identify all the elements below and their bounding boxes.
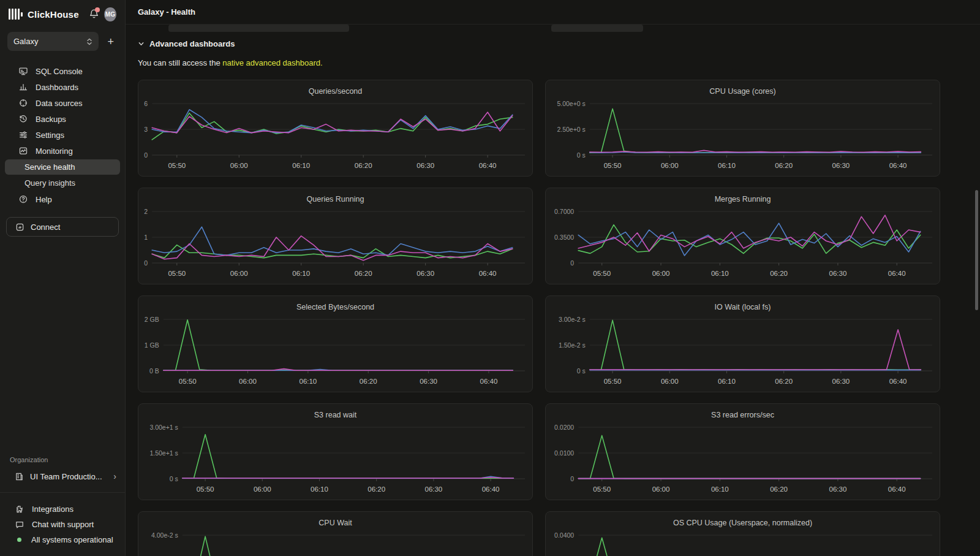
svg-text:06:00: 06:00	[239, 378, 257, 385]
sidebar-item-settings[interactable]: Settings	[5, 127, 120, 143]
notifications-button[interactable]	[89, 9, 99, 20]
sidebar-subitem-service-health[interactable]: Service health	[5, 159, 120, 175]
svg-text:0.0400: 0.0400	[554, 531, 574, 539]
chart-plot[interactable]: 00.35000.700005:5006:0006:1006:2006:3006…	[546, 207, 940, 284]
connect-label: Connect	[31, 223, 60, 232]
svg-text:06:10: 06:10	[718, 378, 736, 385]
chart-plot[interactable]: 0 s2.50e+0 s5.00e+0 s05:5006:0006:1006:2…	[546, 99, 940, 176]
sidebar-item-label: Backups	[36, 115, 66, 124]
chart-plot[interactable]: 01205:5006:0006:1006:2006:3006:40	[138, 207, 532, 284]
sidebar-footer-status-dot[interactable]: All systems operational	[0, 532, 125, 547]
sidebar-footer: IntegrationsChat with supportAll systems…	[0, 501, 125, 547]
chart-card[interactable]: Merges Running00.35000.700005:5006:0006:…	[545, 188, 940, 284]
sidebar-footer-integrations[interactable]: Integrations	[0, 501, 125, 517]
sidebar-item-dashboards[interactable]: Dashboards	[5, 79, 120, 95]
service-selector[interactable]: Galaxy	[7, 32, 99, 51]
sidebar-item-monitoring[interactable]: Monitoring	[5, 143, 120, 159]
chart-plot[interactable]: 0 s1.50e+1 s3.00e+1 s05:5006:0006:1006:2…	[138, 422, 532, 500]
sidebar-item-label: Dashboards	[36, 83, 78, 92]
sidebar-item-sql-console[interactable]: SQL Console	[5, 63, 120, 79]
svg-text:0: 0	[570, 475, 574, 482]
sidebar-footer-chat[interactable]: Chat with support	[0, 517, 125, 532]
svg-text:05:50: 05:50	[604, 378, 622, 385]
dashboards-icon	[18, 82, 28, 92]
chart-card[interactable]: Selected Bytes/second0 B1 GB2 GB05:5006:…	[138, 295, 533, 392]
connect-button[interactable]: Connect	[6, 217, 119, 237]
chart-plot[interactable]: 0 s2.00e-2 s4.00e-2 s05:5006:0006:1006:2…	[138, 530, 532, 556]
svg-text:0: 0	[144, 151, 148, 159]
svg-text:05:50: 05:50	[197, 486, 214, 493]
svg-text:06:40: 06:40	[889, 162, 907, 169]
chart-card[interactable]: S3 read errors/sec00.01000.020005:5006:0…	[545, 403, 940, 500]
organization-heading: Organization	[0, 456, 125, 469]
chart-card[interactable]: Queries/second03605:5006:0006:1006:2006:…	[138, 80, 533, 177]
chart-card[interactable]: S3 read wait0 s1.50e+1 s3.00e+1 s05:5006…	[138, 403, 533, 500]
sidebar-item-help[interactable]: Help	[5, 191, 120, 207]
chart-title: IO Wait (local fs)	[546, 296, 940, 314]
sidebar-item-data-sources[interactable]: Data sources	[5, 95, 120, 111]
svg-text:06:20: 06:20	[770, 486, 788, 493]
chart-plot[interactable]: 0 B1 GB2 GB05:5006:0006:1006:2006:3006:4…	[138, 314, 532, 392]
svg-text:0 B: 0 B	[149, 367, 159, 375]
svg-text:06:00: 06:00	[254, 486, 271, 493]
organization-name: UI Team Productio...	[30, 472, 107, 481]
series-green	[183, 435, 514, 478]
chart-card[interactable]: OS CPU Usage (Userspace, normalized)00.0…	[545, 511, 940, 556]
chart-card[interactable]: CPU Usage (cores)0 s2.50e+0 s5.00e+0 s05…	[545, 80, 940, 177]
svg-text:3.00e-2 s: 3.00e-2 s	[559, 316, 586, 323]
vertical-scrollbar-thumb[interactable]	[975, 190, 978, 310]
native-advanced-dashboard-link[interactable]: native advanced dashboard.	[222, 58, 322, 67]
chart-plot[interactable]: 00.01000.020005:5006:0006:1006:2006:3006…	[546, 422, 940, 500]
chart-title: CPU Usage (cores)	[546, 80, 940, 99]
page-title: Galaxy - Health	[138, 7, 195, 17]
chart-title: Selected Bytes/second	[138, 296, 532, 314]
svg-text:0: 0	[144, 259, 148, 267]
sidebar-item-label: Help	[36, 195, 52, 204]
chart-plot[interactable]: 0 s1.50e-2 s3.00e-2 s05:5006:0006:1006:2…	[546, 314, 940, 392]
chart-title: S3 read errors/sec	[546, 404, 940, 422]
chart-card[interactable]: Queries Running01205:5006:0006:1006:2006…	[138, 188, 533, 284]
chart-card[interactable]: CPU Wait0 s2.00e-2 s4.00e-2 s05:5006:000…	[138, 511, 533, 556]
sidebar-item-label: SQL Console	[36, 67, 83, 76]
chart-title: OS CPU Usage (Userspace, normalized)	[546, 512, 940, 530]
svg-text:2 GB: 2 GB	[145, 316, 159, 323]
chart-card[interactable]: IO Wait (local fs)0 s1.50e-2 s3.00e-2 s0…	[545, 295, 940, 392]
chart-plot[interactable]: 00.02000.040005:5006:0006:1006:2006:3006…	[546, 530, 940, 556]
svg-text:0.0100: 0.0100	[554, 449, 574, 457]
connect-icon	[15, 223, 24, 232]
sidebar-subitem-query-insights[interactable]: Query insights	[5, 175, 120, 191]
avatar[interactable]: MG	[104, 7, 116, 21]
sidebar-item-label: Settings	[36, 131, 64, 140]
notice-text: You can still access the native advanced…	[138, 58, 980, 67]
chart-title: CPU Wait	[138, 512, 532, 530]
svg-text:06:30: 06:30	[420, 378, 437, 385]
series-green	[578, 435, 920, 478]
chart-plot[interactable]: 03605:5006:0006:1006:2006:3006:40	[138, 99, 532, 176]
status-ok-dot	[17, 538, 21, 542]
svg-text:06:20: 06:20	[355, 162, 372, 169]
add-service-button[interactable]: +	[105, 35, 116, 48]
svg-text:0: 0	[570, 259, 574, 267]
svg-text:06:10: 06:10	[718, 162, 736, 169]
svg-text:06:00: 06:00	[661, 378, 679, 385]
section-advanced-dashboards[interactable]: Advanced dashboards	[138, 39, 980, 48]
svg-text:2.50e+0 s: 2.50e+0 s	[557, 126, 585, 133]
notification-dot	[95, 7, 100, 12]
organization-selector[interactable]: UI Team Productio... ›	[0, 469, 125, 484]
chart-title: Queries Running	[138, 188, 532, 207]
sidebar-nav: SQL ConsoleDashboardsData sourcesBackups…	[0, 63, 125, 207]
clickhouse-logo-icon	[9, 9, 23, 20]
help-icon	[18, 194, 28, 204]
sidebar-footer-label: All systems operational	[31, 535, 113, 544]
settings-icon	[18, 130, 28, 140]
series-green	[578, 538, 920, 556]
svg-text:05:50: 05:50	[168, 270, 186, 277]
svg-text:05:50: 05:50	[168, 162, 186, 169]
svg-text:1: 1	[144, 234, 148, 241]
sidebar-item-backups[interactable]: Backups	[5, 111, 120, 127]
svg-text:4.00e-2 s: 4.00e-2 s	[151, 531, 178, 539]
section-title: Advanced dashboards	[149, 39, 235, 48]
svg-text:2: 2	[144, 208, 148, 215]
svg-text:1 GB: 1 GB	[145, 341, 159, 349]
chat-icon	[15, 520, 24, 530]
